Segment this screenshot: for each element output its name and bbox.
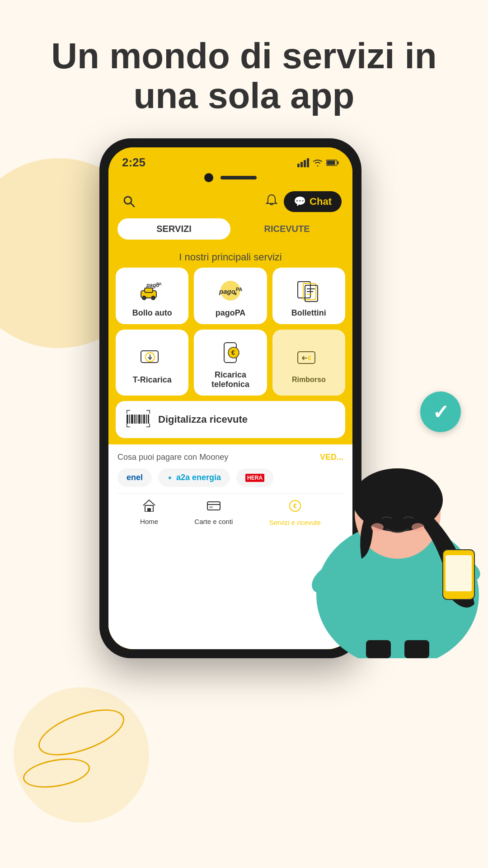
- search-icon: [122, 195, 136, 208]
- svg-rect-55: [366, 640, 391, 658]
- bollettini-icon: [293, 277, 324, 304]
- ricarica-tel-icon: €: [215, 339, 246, 366]
- nav-carte[interactable]: Carte e conti: [194, 499, 233, 527]
- svg-text:€: €: [231, 349, 235, 356]
- service-card-bollo-auto[interactable]: pago PA Bollo auto: [116, 268, 188, 324]
- svg-rect-31: [131, 415, 133, 424]
- wifi-icon: [313, 159, 323, 167]
- section-title: I nostri principali servizi: [108, 245, 352, 268]
- svg-rect-36: [143, 415, 145, 424]
- svg-text:pago: pago: [219, 288, 235, 295]
- check-bubble: [420, 392, 461, 432]
- top-bar-right: 💬 Chat: [266, 191, 342, 212]
- tab-servizi[interactable]: SERVIZI: [117, 218, 230, 240]
- chat-bubble-icon: 💬: [294, 196, 306, 208]
- bg-decoration-circle-bottom: [14, 687, 149, 823]
- chat-label: Chat: [310, 196, 332, 208]
- svg-rect-41: [207, 502, 220, 510]
- bollo-auto-icon: pago PA: [136, 277, 168, 304]
- service-card-t-ricarica[interactable]: T-Ricarica: [116, 330, 188, 396]
- hera-logo: HERA: [245, 474, 264, 482]
- search-button[interactable]: [119, 192, 139, 212]
- tab-ricevute[interactable]: RICEVUTE: [230, 218, 343, 240]
- svg-text:PA: PA: [156, 282, 162, 286]
- partner-a2a[interactable]: ✦ a2a energia: [158, 468, 230, 487]
- a2a-icon: ✦: [167, 474, 173, 481]
- nav-home-label: Home: [140, 518, 158, 526]
- phone-time: 2:25: [122, 156, 145, 170]
- tab-bar: SERVIZI RICEVUTE: [108, 218, 352, 245]
- chat-button[interactable]: 💬 Chat: [284, 191, 342, 212]
- service-card-pagopa[interactable]: pago PA pagoPA: [194, 268, 267, 324]
- svg-rect-8: [145, 288, 153, 292]
- headline-text: Un mondo di servizi in una sola app: [27, 36, 461, 116]
- digitalizza-label: Digitalizza ricevute: [158, 414, 248, 425]
- bell-icon[interactable]: [266, 194, 277, 210]
- svg-rect-38: [148, 415, 149, 424]
- pagopa-label: pagoPA: [216, 308, 246, 318]
- svg-rect-56: [404, 640, 429, 658]
- pagare-title: Cosa puoi pagare con Mooney: [117, 453, 228, 462]
- nav-carte-label: Carte e conti: [194, 518, 233, 526]
- camera-bar: [108, 173, 352, 187]
- bollo-auto-label: Bollo auto: [132, 308, 172, 318]
- svg-rect-34: [138, 415, 141, 424]
- nav-home[interactable]: Home: [140, 499, 158, 527]
- svg-text:€: €: [308, 354, 311, 362]
- signal-icon: [297, 158, 309, 167]
- svg-text:PA: PA: [236, 287, 243, 292]
- rimborso-icon: €: [293, 344, 324, 371]
- bollettini-label: Bollettini: [291, 308, 326, 318]
- svg-point-51: [371, 523, 384, 531]
- cards-icon: [206, 499, 221, 515]
- phone-container: 2:25: [0, 138, 488, 658]
- speaker: [221, 176, 257, 179]
- svg-rect-37: [146, 415, 147, 424]
- partner-hera[interactable]: HERA: [236, 468, 273, 487]
- ricarica-tel-label: Ricarica telefonica: [198, 370, 262, 389]
- svg-rect-2: [338, 161, 339, 164]
- svg-line-4: [131, 203, 134, 207]
- svg-point-9: [142, 296, 146, 300]
- status-bar: 2:25: [108, 147, 352, 173]
- partner-enel[interactable]: enel: [117, 468, 152, 487]
- t-ricarica-icon: [136, 344, 168, 371]
- svg-rect-43: [209, 506, 213, 508]
- svg-rect-14: [298, 282, 310, 298]
- battery-icon: [326, 159, 339, 166]
- svg-rect-35: [141, 415, 142, 424]
- barcode-icon: [127, 410, 150, 429]
- app-top-bar: 💬 Chat: [108, 187, 352, 218]
- status-icons: [297, 158, 339, 167]
- enel-logo: enel: [127, 473, 143, 482]
- svg-rect-54: [446, 555, 472, 591]
- svg-rect-40: [147, 508, 151, 512]
- service-card-bollettini[interactable]: Bollettini: [272, 268, 345, 324]
- t-ricarica-label: T-Ricarica: [133, 375, 172, 385]
- service-card-ricarica-tel[interactable]: € Ricarica telefonica: [194, 330, 267, 396]
- svg-rect-30: [129, 415, 130, 424]
- svg-rect-29: [127, 415, 128, 424]
- svg-rect-1: [327, 160, 335, 165]
- svg-rect-32: [134, 415, 136, 424]
- svg-point-52: [412, 523, 424, 531]
- headline-section: Un mondo di servizi in una sola app: [0, 0, 488, 138]
- services-grid: pago PA Bollo auto: [108, 268, 352, 396]
- home-icon: [142, 499, 156, 515]
- camera-hole: [204, 173, 213, 182]
- a2a-logo: a2a energia: [176, 473, 221, 482]
- svg-point-10: [151, 296, 155, 300]
- svg-rect-33: [136, 415, 137, 424]
- pagopa-icon: pago PA: [215, 277, 246, 304]
